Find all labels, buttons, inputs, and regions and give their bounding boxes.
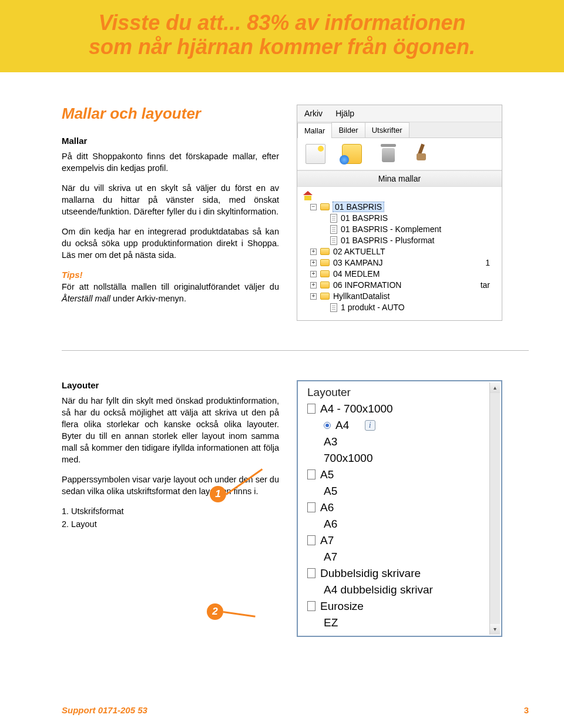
heading-mallar: Mallar	[62, 136, 279, 146]
paragraph: Om din kedja har en integrerad produktda…	[62, 226, 279, 261]
layout-label: A4 dubbelsidig skrivar	[324, 583, 433, 596]
expand-icon[interactable]: +	[310, 293, 317, 300]
side-text: tar	[481, 280, 490, 290]
layout-row[interactable]: A7	[304, 532, 495, 549]
layout-row[interactable]: Eurosize	[304, 598, 495, 615]
toolbar	[297, 138, 502, 170]
paper-icon	[307, 404, 315, 414]
paper-icon	[307, 502, 315, 512]
folder-icon	[320, 248, 330, 255]
info-icon[interactable]: i	[365, 420, 375, 431]
layout-row[interactable]: A3	[304, 434, 495, 450]
tree-home[interactable]	[303, 192, 496, 202]
scrollbar[interactable]: ▴ ▾	[489, 383, 500, 635]
tree-label: 01 BASPRIS	[341, 213, 388, 223]
tree-folder[interactable]: +02 AKTUELLT	[303, 246, 496, 257]
folder-icon	[320, 270, 330, 277]
tab-bilder[interactable]: Bilder	[331, 122, 365, 137]
tips-block: Tips! För att nollställa mallen till ori…	[62, 269, 279, 305]
callout-badge-2: 2	[207, 603, 223, 620]
panel-heading: Layouter	[304, 386, 495, 399]
layout-row[interactable]: A7	[304, 549, 495, 565]
menubar: Arkiv Hjälp	[297, 105, 502, 122]
tree-item[interactable]: 01 BASPRIS - Komplement	[303, 224, 496, 235]
numbered-list: 1. Utskrifsformat 2. Layout	[62, 505, 279, 531]
tree-item[interactable]: 01 BASPRIS	[303, 213, 496, 224]
tree-folder[interactable]: +06 INFORMATIONtar	[303, 280, 496, 291]
text-column-1: Mallar och layouter Mallar På ditt Shopp…	[62, 105, 279, 321]
app-screenshot-mallar: Arkiv Hjälp Mallar Bilder Utskrifter Min…	[297, 105, 502, 321]
layout-row[interactable]: A5	[304, 467, 495, 483]
tree-item[interactable]: 01 BASPRIS - Plusformat	[303, 235, 496, 246]
radio-selected-icon	[324, 422, 331, 429]
paper-icon	[307, 469, 315, 479]
tips-label: Tips!	[62, 270, 83, 280]
open-folder-icon[interactable]	[342, 144, 362, 164]
doc-icon	[330, 236, 337, 245]
layout-row[interactable]: A4 dubbelsidig skrivar	[304, 582, 495, 598]
tree-folder[interactable]: +HyllkantDatalist	[303, 291, 496, 302]
doc-icon	[330, 303, 337, 312]
callout-badge-1: 1	[210, 486, 226, 502]
layouter-panel: ▴ ▾ Layouter A4 - 700x1000 A4 i A3 700x1…	[297, 380, 502, 637]
doc-icon	[330, 214, 337, 223]
layout-row[interactable]: EZ	[304, 615, 495, 631]
home-icon	[303, 192, 313, 200]
expand-icon[interactable]: +	[310, 260, 317, 266]
layout-row-selected[interactable]: A4 i	[304, 417, 495, 434]
layout-label: Dubbelsidig skrivare	[320, 567, 421, 580]
tips-italic: Återställ mall	[62, 294, 110, 303]
tree-item[interactable]: 1 produkt - AUTO	[303, 302, 496, 313]
layout-label: A7	[320, 534, 334, 547]
layout-label: A6	[324, 518, 337, 531]
support-text: Support 0171-205 53	[62, 705, 147, 715]
tips-text-b: under Arkiv-menyn.	[110, 294, 186, 303]
paper-icon	[307, 601, 315, 611]
tips-text: För att nollställa mallen till originalu…	[62, 282, 279, 291]
menu-arkiv[interactable]: Arkiv	[304, 109, 323, 118]
paragraph: På ditt Shoppakonto finns det förskapade…	[62, 150, 279, 174]
tab-utskrifter[interactable]: Utskrifter	[365, 122, 409, 137]
folder-icon	[320, 293, 330, 300]
banner-title: Visste du att... 83% av informationen so…	[24, 11, 540, 59]
new-doc-icon[interactable]	[306, 144, 325, 164]
brush-icon[interactable]	[415, 144, 432, 162]
scroll-down-icon[interactable]: ▾	[490, 624, 500, 635]
folder-icon	[320, 281, 330, 288]
menu-hjalp[interactable]: Hjälp	[335, 109, 354, 118]
scroll-up-icon[interactable]: ▴	[490, 383, 500, 393]
banner-line1: Visste du att... 83% av informationen	[99, 11, 466, 35]
layout-row[interactable]: A5	[304, 483, 495, 499]
list-item-1: 1. Utskrifsformat	[62, 505, 279, 518]
footer: Support 0171-205 53 3	[62, 705, 529, 715]
panel-title: Mina mallar	[297, 170, 502, 187]
layout-row[interactable]: 700x1000	[304, 450, 495, 467]
layout-row[interactable]: A6	[304, 516, 495, 532]
heading-layouter: Layouter	[62, 380, 279, 390]
side-text: 1	[485, 258, 490, 267]
list-item-2: 2. Layout	[62, 518, 279, 531]
layout-row[interactable]: A6	[304, 499, 495, 516]
layout-row[interactable]: A4 - 700x1000	[304, 401, 495, 417]
trash-icon[interactable]	[378, 144, 398, 164]
tree-label: 1 produkt - AUTO	[341, 303, 405, 312]
tree-label: 02 AKTUELLT	[333, 247, 385, 256]
tree-folder[interactable]: +03 KAMPANJ1	[303, 257, 496, 269]
tree-label: 01 BASPRIS - Komplement	[341, 224, 441, 234]
paragraph: När du har fyllt din skylt med önskad pr…	[62, 395, 279, 465]
tab-mallar[interactable]: Mallar	[297, 123, 332, 138]
tree-folder[interactable]: −01 BASPRIS	[303, 202, 496, 213]
layout-label: A5	[320, 468, 334, 481]
layout-row[interactable]: Dubbelsidig skrivare	[304, 565, 495, 582]
page-number: 3	[524, 705, 529, 715]
tree-folder[interactable]: +04 MEDLEM	[303, 269, 496, 280]
paper-icon	[307, 568, 315, 578]
expand-icon[interactable]: +	[310, 282, 317, 288]
paragraph: Papperssymbolen visar varje layout och u…	[62, 474, 279, 497]
expand-icon[interactable]: +	[310, 249, 317, 255]
layout-label: A7	[324, 551, 337, 563]
banner-line2: som når hjärnan kommer från ögonen.	[89, 35, 475, 59]
folder-icon	[320, 259, 330, 266]
expand-icon[interactable]: +	[310, 271, 317, 277]
collapse-icon[interactable]: −	[310, 204, 317, 210]
